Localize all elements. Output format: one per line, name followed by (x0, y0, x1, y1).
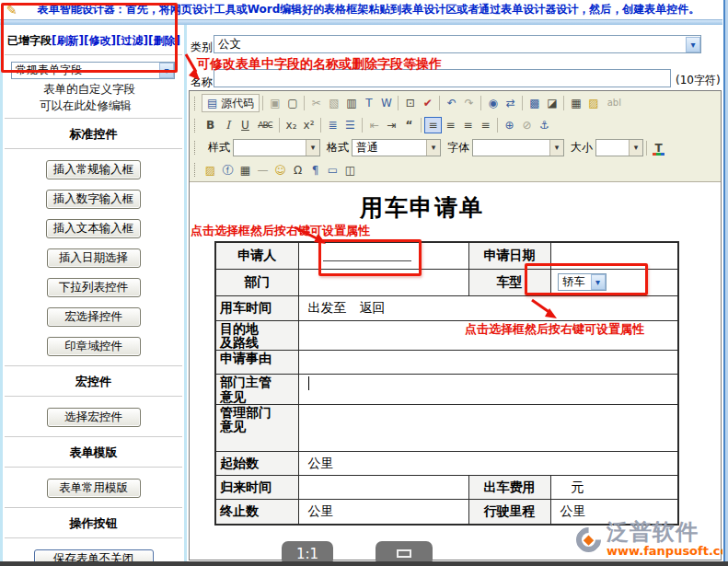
design-canvas[interactable]: 用车申请单 申请人 申请日期 部门 车型 轿车▾ (190, 182, 721, 560)
indent-icon[interactable]: ⇥ (383, 117, 400, 133)
find-icon[interactable]: ◉ (484, 95, 502, 111)
undo-icon[interactable]: ↶ (443, 95, 460, 111)
divider (5, 396, 182, 398)
use-time-label-cell: 用车时间 (215, 295, 298, 320)
category-dropdown[interactable]: 公文 ▾ (214, 35, 701, 53)
end-km-value-cell[interactable]: 公里 (298, 500, 468, 525)
remove-format-eraser-icon[interactable]: ◪ (543, 95, 560, 111)
insert-regular-input-button[interactable]: 插入常规输入框 (46, 160, 142, 179)
common-form-templates-button[interactable]: 表单常用模版 (47, 479, 141, 498)
italic-icon[interactable]: I (219, 117, 237, 133)
toolbar-separator (362, 118, 363, 133)
smiley-icon[interactable]: ☺ (272, 162, 289, 179)
new-page-icon[interactable]: ▢ (283, 95, 301, 111)
chevron-down-icon[interactable]: ▾ (686, 37, 700, 52)
toolbar-separator (646, 141, 647, 156)
format-select[interactable]: 普通▾ (352, 139, 441, 156)
unlink-icon[interactable]: ⊘ (518, 117, 536, 133)
copy-icon[interactable]: ▧ (325, 95, 342, 111)
redo-icon[interactable]: ↷ (460, 95, 478, 111)
return-time-label-cell: 归来时间 (215, 476, 298, 500)
toolbar-row-2: B I U ABC x₂ x² ≣ ☰ ⇤ ⇥ “ ≡ ≡ ≡ ≡ ⊕ (191, 114, 719, 136)
save-icon[interactable]: ▣ (266, 95, 283, 111)
text-color-icon[interactable]: T (650, 140, 667, 156)
preview-icon[interactable]: ◫ (341, 162, 359, 179)
anchor-icon[interactable]: ⚓ (536, 117, 553, 133)
trip-fee-value-cell[interactable]: 元 (550, 476, 678, 500)
underline-icon[interactable]: U (237, 117, 254, 133)
source-icon: ▤ (207, 97, 217, 110)
choose-macro-control-button[interactable]: 选择宏控件 (47, 408, 141, 427)
insert-number-input-button[interactable]: 插入数字输入框 (46, 190, 142, 209)
return-time-value-cell[interactable] (298, 476, 468, 500)
blockquote-icon[interactable]: “ (400, 117, 418, 133)
end-km-label-cell: 终止数 (215, 500, 298, 525)
toolbar-separator (522, 96, 523, 110)
dropdown-list-control-button[interactable]: 下拉列表控件 (47, 278, 141, 297)
admin-opinion-value-cell[interactable] (298, 405, 678, 452)
supervisor-opinion-value-cell[interactable] (298, 375, 678, 405)
source-code-button[interactable]: ▤源代码 (202, 94, 260, 112)
link-icon[interactable]: ⊕ (501, 117, 518, 133)
red-arrow-icon (528, 298, 560, 320)
style-select[interactable]: ▾ (233, 139, 320, 156)
image-button-icon[interactable]: ▨ (584, 95, 602, 111)
font-select-label: 字体 (447, 140, 469, 156)
supervisor-opinion-label-cell: 部门主管意见 (215, 375, 298, 405)
paste-plain-text-icon[interactable]: T (360, 95, 377, 111)
editor-toolbar: ▤源代码 ▣ ▢ ✂ ▧ ▥ T W ⊡ ✔ ↶ ↷ ◉ ⇄ ▩ (190, 91, 721, 182)
font-select[interactable]: ▾ (472, 139, 564, 156)
format-select-value: 普通 (356, 140, 378, 156)
paste-from-word-icon[interactable]: W (377, 95, 395, 111)
table-row: 用车时间 出发至 返回 (215, 295, 678, 320)
flash-icon[interactable]: ⓕ (219, 162, 237, 179)
annotation-box-applicant-input (318, 239, 422, 276)
toolbar-row-1: ▤源代码 ▣ ▢ ✂ ▧ ▥ T W ⊡ ✔ ↶ ↷ ◉ ⇄ ▩ (191, 92, 719, 114)
size-select[interactable]: ▾ (595, 139, 643, 156)
form-icon[interactable]: ▦ (567, 95, 584, 111)
align-left-icon[interactable]: ≡ (424, 117, 442, 133)
document-properties-icon[interactable]: ▭ (324, 162, 341, 179)
chevron-down-icon: ▾ (549, 140, 563, 156)
print-icon[interactable]: ⊡ (401, 95, 419, 111)
seal-area-control-button[interactable]: 印章域控件 (47, 337, 141, 356)
replace-icon[interactable]: ⇄ (502, 95, 519, 111)
applicant-label-cell: 申请人 (215, 242, 298, 269)
paste-icon[interactable]: ▥ (342, 95, 360, 111)
brand-url: www.fanpusoft.com (607, 544, 728, 558)
ordered-list-icon[interactable]: ≣ (324, 117, 341, 133)
start-km-label-cell: 起始数 (215, 452, 298, 476)
table-icon[interactable]: ▦ (237, 162, 254, 179)
use-time-value-cell[interactable]: 出发至 返回 (298, 295, 678, 320)
bold-icon[interactable]: B (202, 117, 219, 133)
insert-date-picker-button[interactable]: 插入日期选择 (47, 248, 141, 268)
toolbar-separator (279, 118, 280, 133)
start-km-value-cell[interactable]: 公里 (298, 452, 678, 476)
text-field-icon[interactable]: abl (602, 95, 626, 111)
reason-value-cell[interactable] (298, 351, 678, 375)
spellcheck-icon[interactable]: ✔ (419, 95, 436, 111)
superscript-icon[interactable]: x² (300, 117, 318, 133)
select-all-icon[interactable]: ▩ (526, 95, 543, 111)
special-char-icon[interactable]: Ω (289, 162, 306, 179)
divider (5, 365, 182, 367)
justify-icon[interactable]: ≡ (477, 117, 494, 133)
subscript-icon[interactable]: x₂ (283, 117, 300, 133)
macro-select-control-button[interactable]: 宏选择控件 (47, 307, 141, 327)
brand-logo-icon (571, 522, 606, 557)
insert-image-icon[interactable]: ▨ (202, 162, 219, 179)
outdent-icon[interactable]: ⇤ (365, 117, 383, 133)
form-designer-window: ✎ 表单智能设计器：首先，将网页设计工具或Word编辑好的表格框架粘贴到表单设计… (0, 0, 728, 566)
horizontal-rule-icon[interactable]: — (254, 162, 272, 179)
insert-text-input-button[interactable]: 插入文本输入框 (46, 219, 142, 238)
html-editor: ▤源代码 ▣ ▢ ✂ ▧ ▥ T W ⊡ ✔ ↶ ↷ ◉ ⇄ ▩ (189, 90, 722, 560)
divider (5, 436, 182, 438)
department-label-cell: 部门 (215, 269, 298, 295)
page-break-icon[interactable]: ¶ (306, 162, 324, 179)
cut-icon[interactable]: ✂ (307, 95, 325, 111)
align-center-icon[interactable]: ≡ (442, 117, 459, 133)
strikethrough-icon[interactable]: ABC (254, 117, 276, 133)
align-right-icon[interactable]: ≡ (459, 117, 477, 133)
supervisor-label-line1: 部门主管 (220, 375, 295, 389)
bullet-list-icon[interactable]: ☰ (341, 117, 359, 133)
